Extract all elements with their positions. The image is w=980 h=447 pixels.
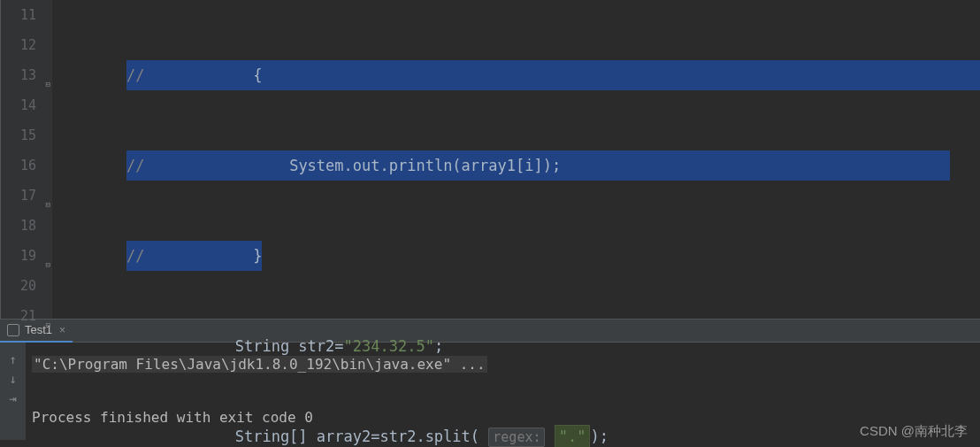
fold-marker-icon[interactable]: ⊟ (42, 310, 50, 318)
line-number: 16 (1, 150, 36, 181)
code-line: // { (54, 60, 980, 90)
wrap-icon[interactable]: ⇥ (6, 385, 20, 399)
arrow-down-icon[interactable]: ↓ (6, 366, 20, 380)
code-line: // System.out.println(array1[i]); (54, 150, 980, 181)
code-line: // } (54, 241, 980, 271)
line-gutter: 11 12 13⊟ 14 15 16 17⊟ 18 19⊟ 20 21⊟ (1, 0, 52, 319)
line-number: 14 (1, 90, 36, 120)
fold-marker-icon[interactable]: ⊟ (42, 189, 50, 197)
console-output[interactable]: ↑ ↓ ⇥ "C:\Program Files\Java\jdk1.8.0_19… (0, 343, 980, 440)
arrow-up-icon[interactable]: ↑ (6, 346, 20, 360)
fold-marker-icon[interactable]: ⊟ (42, 69, 50, 77)
console-result: Process finished with exit code 0 (32, 405, 969, 431)
console-toolbar: ↑ ↓ ⇥ (0, 343, 27, 440)
line-number: 18 (1, 211, 36, 241)
code-editor[interactable]: 11 12 13⊟ 14 15 16 17⊟ 18 19⊟ 20 21⊟ // … (1, 0, 980, 319)
line-number: 17⊟ (1, 181, 36, 211)
watermark: CSDN @南种北李 (860, 423, 968, 440)
fold-marker-icon[interactable]: ⊟ (42, 250, 50, 258)
code-content[interactable]: // { // System.out.println(array1[i]); (52, 0, 980, 319)
line-number: 20 (1, 271, 36, 301)
line-number: 11 (1, 0, 36, 30)
console-blank (32, 378, 969, 405)
console-line: "C:\Program Files\Java\jdk1.8.0_192\bin\… (32, 351, 969, 378)
main-area: out src String学习.iml External Libraries … (0, 0, 980, 319)
line-number: 13⊟ (1, 60, 36, 90)
line-number: 21⊟ (1, 301, 36, 331)
line-number: 12 (1, 30, 36, 60)
line-number: 19⊟ (1, 241, 36, 271)
line-number: 15 (1, 120, 36, 150)
